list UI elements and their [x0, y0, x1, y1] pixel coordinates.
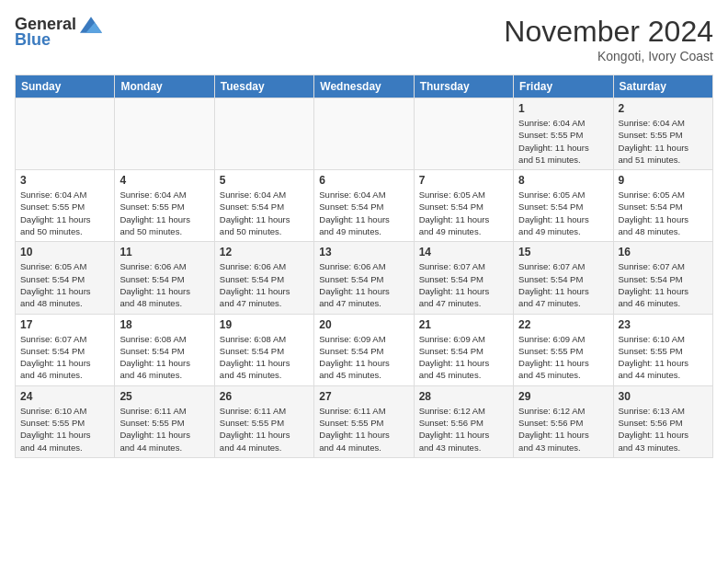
day-number: 16: [619, 246, 708, 259]
calendar-cell: 16Sunrise: 6:07 AM Sunset: 5:54 PM Dayli…: [613, 242, 712, 314]
calendar-cell: 2Sunrise: 6:04 AM Sunset: 5:55 PM Daylig…: [613, 98, 712, 170]
day-number: 26: [220, 390, 309, 403]
calendar-week-row: 17Sunrise: 6:07 AM Sunset: 5:54 PM Dayli…: [16, 314, 713, 385]
weekday-header-saturday: Saturday: [613, 75, 712, 98]
calendar-cell: 1Sunrise: 6:04 AM Sunset: 5:55 PM Daylig…: [514, 98, 613, 170]
day-number: 12: [220, 246, 309, 259]
day-number: 21: [419, 318, 508, 331]
calendar-cell: 17Sunrise: 6:07 AM Sunset: 5:54 PM Dayli…: [16, 314, 115, 385]
day-number: 29: [518, 390, 608, 403]
weekday-header-friday: Friday: [514, 75, 613, 98]
day-info: Sunrise: 6:10 AM Sunset: 5:55 PM Dayligh…: [619, 333, 708, 382]
calendar-cell: 10Sunrise: 6:05 AM Sunset: 5:54 PM Dayli…: [16, 242, 115, 314]
day-info: Sunrise: 6:07 AM Sunset: 5:54 PM Dayligh…: [20, 333, 109, 382]
calendar-cell: [16, 98, 115, 170]
month-title: November 2024: [504, 15, 713, 49]
calendar-cell: 4Sunrise: 6:04 AM Sunset: 5:55 PM Daylig…: [115, 170, 214, 242]
calendar-cell: 21Sunrise: 6:09 AM Sunset: 5:54 PM Dayli…: [414, 314, 513, 385]
calendar-cell: 18Sunrise: 6:08 AM Sunset: 5:54 PM Dayli…: [115, 314, 214, 385]
day-number: 23: [619, 318, 708, 331]
day-number: 10: [20, 246, 109, 259]
calendar-cell: 26Sunrise: 6:11 AM Sunset: 5:55 PM Dayli…: [214, 385, 313, 457]
day-info: Sunrise: 6:04 AM Sunset: 5:55 PM Dayligh…: [119, 189, 209, 237]
day-info: Sunrise: 6:04 AM Sunset: 5:54 PM Dayligh…: [319, 189, 408, 237]
calendar-table: SundayMondayTuesdayWednesdayThursdayFrid…: [15, 75, 713, 458]
day-info: Sunrise: 6:04 AM Sunset: 5:54 PM Dayligh…: [220, 189, 309, 237]
calendar-cell: 5Sunrise: 6:04 AM Sunset: 5:54 PM Daylig…: [214, 170, 313, 242]
day-info: Sunrise: 6:04 AM Sunset: 5:55 PM Dayligh…: [20, 189, 109, 237]
calendar-cell: 30Sunrise: 6:13 AM Sunset: 5:56 PM Dayli…: [613, 385, 712, 457]
day-number: 17: [20, 318, 109, 331]
day-info: Sunrise: 6:11 AM Sunset: 5:55 PM Dayligh…: [319, 405, 408, 454]
calendar-cell: 27Sunrise: 6:11 AM Sunset: 5:55 PM Dayli…: [314, 385, 414, 457]
logo: General Blue: [15, 15, 102, 50]
logo-icon: [80, 17, 102, 33]
day-number: 19: [220, 318, 309, 331]
day-number: 20: [319, 318, 408, 331]
calendar-body: 1Sunrise: 6:04 AM Sunset: 5:55 PM Daylig…: [16, 98, 713, 458]
calendar-cell: [214, 98, 313, 170]
day-info: Sunrise: 6:06 AM Sunset: 5:54 PM Dayligh…: [220, 260, 309, 309]
day-number: 25: [119, 390, 209, 403]
day-info: Sunrise: 6:09 AM Sunset: 5:54 PM Dayligh…: [419, 333, 508, 382]
weekday-header-row: SundayMondayTuesdayWednesdayThursdayFrid…: [16, 75, 713, 98]
calendar-cell: 15Sunrise: 6:07 AM Sunset: 5:54 PM Dayli…: [514, 242, 613, 314]
calendar-week-row: 3Sunrise: 6:04 AM Sunset: 5:55 PM Daylig…: [16, 170, 713, 242]
day-number: 13: [319, 246, 408, 259]
day-info: Sunrise: 6:12 AM Sunset: 5:56 PM Dayligh…: [419, 405, 508, 454]
day-number: 3: [20, 174, 109, 187]
calendar-cell: 11Sunrise: 6:06 AM Sunset: 5:54 PM Dayli…: [115, 242, 214, 314]
day-number: 11: [119, 246, 209, 259]
day-info: Sunrise: 6:05 AM Sunset: 5:54 PM Dayligh…: [20, 260, 109, 309]
day-number: 5: [220, 174, 309, 187]
calendar-cell: 28Sunrise: 6:12 AM Sunset: 5:56 PM Dayli…: [414, 385, 513, 457]
calendar-cell: 25Sunrise: 6:11 AM Sunset: 5:55 PM Dayli…: [115, 385, 214, 457]
calendar-cell: 12Sunrise: 6:06 AM Sunset: 5:54 PM Dayli…: [214, 242, 313, 314]
calendar-cell: 19Sunrise: 6:08 AM Sunset: 5:54 PM Dayli…: [214, 314, 313, 385]
day-info: Sunrise: 6:11 AM Sunset: 5:55 PM Dayligh…: [119, 405, 209, 454]
day-info: Sunrise: 6:07 AM Sunset: 5:54 PM Dayligh…: [518, 260, 608, 309]
weekday-header-thursday: Thursday: [414, 75, 513, 98]
calendar-cell: [414, 98, 513, 170]
day-number: 6: [319, 174, 408, 187]
calendar-cell: 29Sunrise: 6:12 AM Sunset: 5:56 PM Dayli…: [514, 385, 613, 457]
day-info: Sunrise: 6:09 AM Sunset: 5:54 PM Dayligh…: [319, 333, 408, 382]
day-info: Sunrise: 6:06 AM Sunset: 5:54 PM Dayligh…: [119, 260, 209, 309]
day-number: 2: [619, 102, 708, 115]
day-number: 15: [518, 246, 608, 259]
calendar-cell: 20Sunrise: 6:09 AM Sunset: 5:54 PM Dayli…: [314, 314, 414, 385]
day-info: Sunrise: 6:04 AM Sunset: 5:55 PM Dayligh…: [518, 117, 608, 166]
calendar-cell: 24Sunrise: 6:10 AM Sunset: 5:55 PM Dayli…: [16, 385, 115, 457]
day-number: 4: [119, 174, 209, 187]
day-number: 27: [319, 390, 408, 403]
calendar-header: SundayMondayTuesdayWednesdayThursdayFrid…: [16, 75, 713, 98]
day-info: Sunrise: 6:11 AM Sunset: 5:55 PM Dayligh…: [220, 405, 309, 454]
weekday-header-tuesday: Tuesday: [214, 75, 313, 98]
calendar-cell: 22Sunrise: 6:09 AM Sunset: 5:55 PM Dayli…: [514, 314, 613, 385]
day-info: Sunrise: 6:06 AM Sunset: 5:54 PM Dayligh…: [319, 260, 408, 309]
day-info: Sunrise: 6:08 AM Sunset: 5:54 PM Dayligh…: [220, 333, 309, 382]
weekday-header-monday: Monday: [115, 75, 214, 98]
day-number: 9: [619, 174, 708, 187]
day-number: 18: [119, 318, 209, 331]
day-info: Sunrise: 6:07 AM Sunset: 5:54 PM Dayligh…: [619, 260, 708, 309]
day-info: Sunrise: 6:09 AM Sunset: 5:55 PM Dayligh…: [518, 333, 608, 382]
day-number: 24: [20, 390, 109, 403]
day-info: Sunrise: 6:05 AM Sunset: 5:54 PM Dayligh…: [619, 189, 708, 237]
day-info: Sunrise: 6:08 AM Sunset: 5:54 PM Dayligh…: [119, 333, 209, 382]
logo-blue-text: Blue: [15, 30, 51, 50]
day-info: Sunrise: 6:05 AM Sunset: 5:54 PM Dayligh…: [419, 189, 508, 237]
calendar-cell: 13Sunrise: 6:06 AM Sunset: 5:54 PM Dayli…: [314, 242, 414, 314]
day-number: 14: [419, 246, 508, 259]
calendar-cell: 7Sunrise: 6:05 AM Sunset: 5:54 PM Daylig…: [414, 170, 513, 242]
day-number: 28: [419, 390, 508, 403]
day-number: 1: [518, 102, 608, 115]
day-info: Sunrise: 6:07 AM Sunset: 5:54 PM Dayligh…: [419, 260, 508, 309]
day-number: 7: [419, 174, 508, 187]
day-number: 8: [518, 174, 608, 187]
day-number: 30: [619, 390, 708, 403]
weekday-header-sunday: Sunday: [16, 75, 115, 98]
calendar-cell: 9Sunrise: 6:05 AM Sunset: 5:54 PM Daylig…: [613, 170, 712, 242]
calendar-cell: [115, 98, 214, 170]
title-block: November 2024 Kongoti, Ivory Coast: [504, 15, 713, 63]
